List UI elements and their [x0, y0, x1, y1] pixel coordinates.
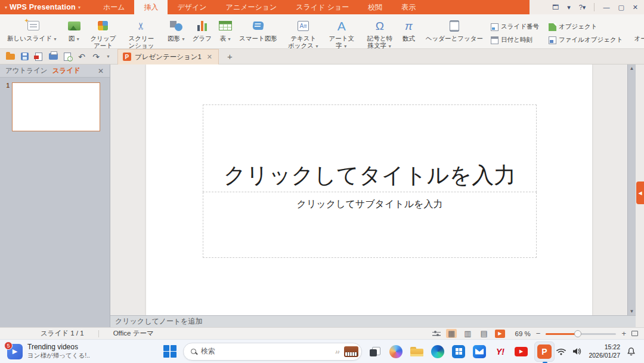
- tab-slides[interactable]: スライド: [51, 66, 82, 75]
- date-time-button[interactable]: 日付と時刻: [489, 35, 541, 45]
- menu-tab-slideshow[interactable]: スライド ショー: [286, 0, 358, 14]
- notes-bar[interactable]: クリックしてノートを追加: [110, 315, 636, 327]
- menu-tab-design[interactable]: デザイン: [168, 0, 216, 14]
- microsoft-store-icon: [452, 345, 465, 358]
- theme-name[interactable]: Office テーマ: [113, 329, 154, 338]
- notification-bell-icon[interactable]: [627, 347, 636, 356]
- header-footer-button[interactable]: ヘッダーとフッター: [423, 17, 486, 43]
- notes-view-button[interactable]: ▤: [479, 329, 490, 338]
- window-controls-divider: [594, 3, 595, 11]
- menu-tab-insert[interactable]: 挿入: [134, 0, 168, 14]
- yahoo-button[interactable]: Y!: [493, 344, 508, 359]
- app-menu[interactable]: ▾ WPS Presentation ▾: [0, 0, 86, 14]
- calendar-icon: [491, 36, 499, 44]
- undo-icon: ↶: [78, 53, 85, 61]
- scroll-up-icon[interactable]: ▲: [630, 66, 634, 71]
- account-caret-icon[interactable]: ▾: [567, 4, 571, 11]
- textbox-icon: A≡: [298, 21, 309, 31]
- vertical-scrollbar[interactable]: ▲ ▼: [627, 64, 636, 315]
- statusbar: スライド 1 / 1 Office テーマ ▦ ▥ ▤ ▶ 69 % − +: [0, 327, 644, 339]
- slideshow-play-button[interactable]: ▶: [495, 330, 505, 338]
- menu-tab-home[interactable]: ホーム: [94, 0, 135, 14]
- file-explorer-button[interactable]: [409, 344, 425, 359]
- tab-outline[interactable]: アウトライン: [4, 66, 49, 75]
- chart-button[interactable]: グラフ: [190, 17, 215, 43]
- audio-button[interactable]: オーディオ▼: [631, 17, 644, 43]
- task-view-button[interactable]: [367, 344, 383, 359]
- close-button[interactable]: ✕: [633, 4, 638, 11]
- minimize-button[interactable]: —: [603, 4, 609, 11]
- status-options-icon[interactable]: [432, 331, 441, 337]
- windows-taskbar: ▶ 5 Trending videos ヨン様が帰ってくる!.. 検索 ♪♪: [0, 339, 644, 363]
- textbox-button[interactable]: A≡ テキストボックス▼: [285, 17, 322, 50]
- menu-tab-view[interactable]: 表示: [392, 0, 425, 14]
- smartart-button[interactable]: スマート図形: [236, 17, 280, 43]
- slide-canvas[interactable]: クリックしてタイトルを入力 クリックしてサブタイトルを入力: [146, 64, 592, 315]
- clock[interactable]: 15:22 2026/01/27: [589, 343, 620, 359]
- new-slide-button[interactable]: 新しいスライド▼: [4, 17, 60, 43]
- normal-view-button[interactable]: ▦: [446, 329, 457, 338]
- microsoft-store-button[interactable]: [451, 344, 466, 359]
- edge-button[interactable]: [430, 344, 445, 359]
- subtitle-placeholder[interactable]: クリックしてサブタイトルを入力: [203, 192, 537, 258]
- app-dropdown-caret-icon: ▾: [78, 5, 80, 10]
- export-pdf-button[interactable]: [32, 51, 45, 63]
- zoom-slider-handle[interactable]: [574, 330, 581, 337]
- widgets-button[interactable]: ▶ 5 Trending videos ヨン様が帰ってくる!..: [0, 340, 97, 363]
- file-object-button[interactable]: ファイルオブジェクト: [547, 35, 624, 45]
- zoom-slider[interactable]: [546, 330, 616, 337]
- menu-tab-review[interactable]: 校閲: [358, 0, 392, 14]
- widget-badge: 5: [4, 342, 13, 350]
- chevron-down-icon: ▼: [227, 37, 231, 41]
- taskbar-search[interactable]: 検索 ♪♪: [183, 343, 362, 361]
- symbol-button[interactable]: Ω 記号と特殊文字▼: [361, 17, 398, 50]
- help-icon[interactable]: ?▾: [579, 4, 586, 11]
- edge-icon: [431, 345, 444, 358]
- outlook-button[interactable]: [472, 344, 487, 359]
- fit-to-window-button[interactable]: [631, 331, 638, 336]
- shapes-button[interactable]: 図形▼: [165, 17, 188, 43]
- zoom-level[interactable]: 69 %: [510, 330, 531, 337]
- new-tab-button[interactable]: +: [224, 51, 236, 61]
- wordart-button[interactable]: A アート文字▼: [323, 17, 360, 50]
- zoom-out-button[interactable]: −: [536, 329, 541, 338]
- print-preview-button[interactable]: [61, 51, 74, 63]
- document-tab-close-icon[interactable]: ✕: [206, 53, 213, 61]
- undo-button[interactable]: ↶: [75, 51, 88, 63]
- youtube-button[interactable]: ▶: [513, 344, 529, 359]
- clipart-button[interactable]: クリップアート: [85, 17, 122, 50]
- insert-small-button-group: スライド番号 オブジェクト 日付と時刻 ファイルオブジェクト: [489, 20, 624, 47]
- volume-icon[interactable]: [572, 347, 582, 355]
- slide-sorter-view-button[interactable]: ▥: [462, 329, 473, 338]
- wps-presentation-taskbar-button[interactable]: P: [534, 342, 555, 362]
- wifi-icon[interactable]: [556, 348, 566, 355]
- picture-button[interactable]: 図▼: [65, 17, 83, 43]
- feedback-icon[interactable]: 🗔: [552, 4, 559, 11]
- table-button[interactable]: 表▼: [216, 17, 235, 43]
- tray-date: 2026/01/27: [589, 352, 620, 360]
- zoom-in-button[interactable]: +: [621, 329, 626, 338]
- menu-tab-animation[interactable]: アニメーション: [216, 0, 287, 14]
- task-pane-toggle[interactable]: ◀: [636, 182, 644, 204]
- search-highlight-piano-icon[interactable]: [344, 346, 358, 357]
- ribbon-insert: 新しいスライド▼ 図▼ クリップアート ✂ スクリーンショット▼ 図形▼ グラフ…: [0, 14, 644, 49]
- redo-button[interactable]: ↷: [89, 51, 103, 63]
- maximize-button[interactable]: ▢: [618, 4, 624, 11]
- copilot-button[interactable]: [388, 344, 404, 359]
- open-button[interactable]: [4, 51, 17, 63]
- toolbar-options-caret-icon[interactable]: ▼: [106, 54, 110, 59]
- slide-thumbnail[interactable]: [12, 82, 100, 131]
- save-button[interactable]: [18, 51, 31, 63]
- object-button[interactable]: オブジェクト: [547, 22, 624, 32]
- panel-close-icon[interactable]: ✕: [95, 67, 106, 75]
- title-placeholder[interactable]: クリックしてタイトルを入力: [203, 104, 537, 192]
- print-button[interactable]: [47, 51, 60, 63]
- chevron-down-icon: ▼: [343, 44, 348, 48]
- document-tab[interactable]: P プレゼンテーション1 ✕: [117, 49, 219, 64]
- scroll-down-icon[interactable]: ▼: [630, 309, 634, 314]
- equation-button[interactable]: π 数式: [400, 17, 418, 43]
- start-button[interactable]: [162, 344, 178, 359]
- slide-editor: クリックしてタイトルを入力 クリックしてサブタイトルを入力 ▲ ▼ ◀ クリック…: [110, 64, 644, 327]
- printer-icon: [49, 53, 58, 60]
- slide-number-button[interactable]: スライド番号: [489, 22, 541, 32]
